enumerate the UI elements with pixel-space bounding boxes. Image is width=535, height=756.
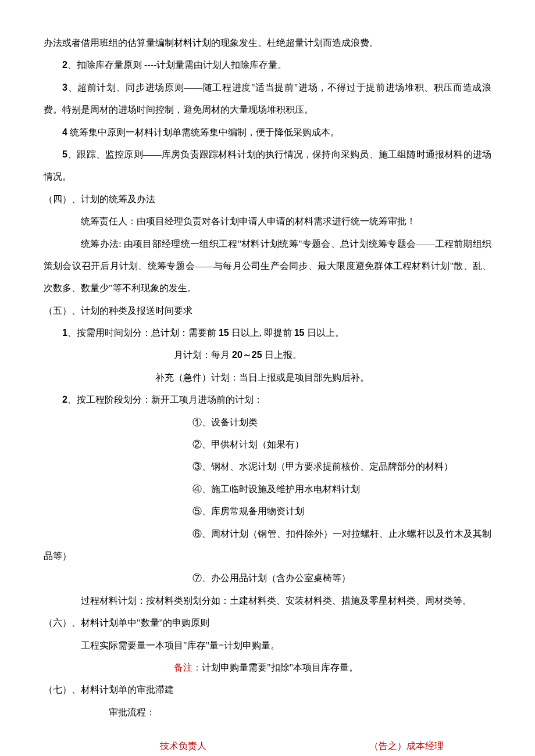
section-5-p1: 1、按需用时间划分：总计划：需要前 15 日以上, 即提前 15 日以上。: [44, 322, 491, 344]
note-label: 备注：: [174, 662, 202, 672]
paragraph-1: 办法或者借用班组的估算量编制材料计划的现象发生。杜绝超量计划而造成浪费。: [44, 32, 491, 54]
s5-num-1: 1: [62, 328, 67, 338]
section-5-li7: ⑦、办公用品计划（含办公室桌椅等）: [44, 567, 491, 589]
text-3: 、超前计划、同步进场原则——随工程进度"适当提前"进场，不得过于提前进场堆积、积…: [44, 83, 491, 114]
text-5: 、跟踪、监控原则——库房负责跟踪材料计划的执行情况，保持向采购员、施工组随时通报…: [44, 149, 491, 181]
s5-p1b: 日以上, 即提前: [229, 328, 294, 338]
section-6-title: （六）、材料计划单中"数量"的申购原则: [44, 612, 491, 634]
num-5: 5: [62, 149, 67, 159]
section-5-title: （五）、计划的种类及报送时间要求: [44, 300, 491, 322]
num-3: 3: [62, 83, 67, 92]
flow-tech-lead: 技术负责人: [160, 735, 206, 756]
text-4: 统筹集中原则一材料计划单需统筹集中编制，便于降低采购成本。: [67, 127, 340, 137]
paragraph-5: 5、跟踪、监控原则——库房负责跟踪材料计划的执行情况，保持向采购员、施工组随时通…: [44, 144, 491, 188]
s5-p2-range: 20～25: [232, 350, 262, 360]
section-5-p5: 过程材料计划：按材料类别划分如：土建材料类、安装材料类、措施及零星材料类、周材类…: [44, 590, 491, 612]
section-7-p1: 审批流程：: [44, 701, 491, 723]
section-5-li4: ④、施工临时设施及维护用水电材料计划: [44, 478, 491, 500]
s5-p1c: 日以上。: [305, 328, 344, 338]
section-7-title: （七）、材料计划单的审批滞建: [44, 679, 491, 701]
approval-flow-row: 技术负责人 （告之）成本经理: [44, 735, 491, 756]
paragraph-2: 2、扣除库存量原则 ----计划量需由计划人扣除库存量。: [44, 54, 491, 76]
note-text: 计划申购量需要"扣除"本项目库存量。: [202, 662, 358, 672]
paragraph-3: 3、超前计划、同步进场原则——随工程进度"适当提前"进场，不得过于提前进场堆积、…: [44, 77, 491, 121]
section-6-p1: 工程实际需要量一本项目"库存"量=计划申购量。: [44, 635, 491, 657]
section-6-note: 备注：计划申购量需要"扣除"本项目库存量。: [44, 657, 491, 679]
s5-p1-15a: 15: [219, 328, 229, 338]
text-2: 、扣除库存量原则 ----计划量需由计划人扣除库存量。: [67, 60, 287, 70]
section-4-p1: 统筹责任人：由项目经理负责对各计划申请人申请的材料需求进行统一统筹审批！: [44, 210, 491, 232]
s5-p1-15b: 15: [294, 328, 305, 338]
section-5-p4: 2、按工程阶段划分：新开工项月进场前的计划：: [44, 389, 491, 411]
s5-num-2: 2: [62, 395, 67, 404]
s5-p2b: 日上报。: [262, 350, 302, 360]
num-2: 2: [62, 60, 67, 70]
section-4-title: （四）、计划的统筹及办法: [44, 188, 491, 210]
flow-cost-manager: （告之）成本经理: [369, 735, 444, 756]
section-5-li2: ②、甲供材计划（如果有）: [44, 433, 491, 456]
section-5-li5: ⑤、库房常规备用物资计划: [44, 500, 491, 522]
num-4: 4: [62, 127, 67, 137]
s5-p4-text: 、按工程阶段划分：新开工项月进场前的计划：: [67, 395, 263, 404]
section-5-p3: 补充（急件）计划：当日上报或是项目部先购后补。: [44, 367, 491, 389]
section-4-p2: 统筹办法: 由项目部经理统一组织工程"材料计划统筹"专题会、总计划统筹专题会——…: [44, 233, 491, 300]
section-5-li6: ⑥、周材计划（钢管、扣件除外）一对拉螺杆、止水螺杆以及竹木及其制品等）: [44, 523, 491, 568]
section-5-li1: ①、设备计划类: [44, 411, 491, 433]
section-5-li3: ③、钢材、水泥计划（甲方要求提前核价、定品牌部分的材料）: [44, 456, 491, 478]
s5-p1a: 、按需用时间划分：总计划：需要前: [67, 328, 219, 338]
paragraph-4: 4 统筹集中原则一材料计划单需统筹集中编制，便于降低采购成本。: [44, 121, 491, 144]
s5-p2a: 月计划：每月: [174, 350, 232, 360]
section-5-p2: 月计划：每月 20～25 日上报。: [44, 344, 491, 366]
